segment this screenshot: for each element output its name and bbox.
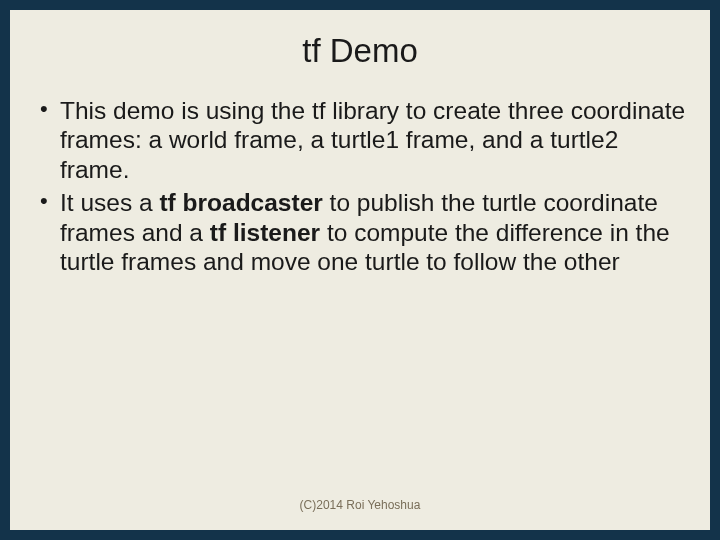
list-item: It uses a tf broadcaster to publish the …: [38, 188, 688, 276]
bullet-bold: tf broadcaster: [159, 189, 322, 216]
slide-title: tf Demo: [32, 32, 688, 70]
bullet-text: This demo is using the tf library to cre…: [60, 97, 685, 183]
bullet-bold: tf listener: [210, 219, 320, 246]
slide-body: This demo is using the tf library to cre…: [32, 96, 688, 498]
slide: tf Demo This demo is using the tf librar…: [10, 10, 710, 530]
list-item: This demo is using the tf library to cre…: [38, 96, 688, 184]
bullet-list: This demo is using the tf library to cre…: [38, 96, 688, 276]
bullet-text: It uses a: [60, 189, 159, 216]
slide-footer: (C)2014 Roi Yehoshua: [32, 498, 688, 512]
